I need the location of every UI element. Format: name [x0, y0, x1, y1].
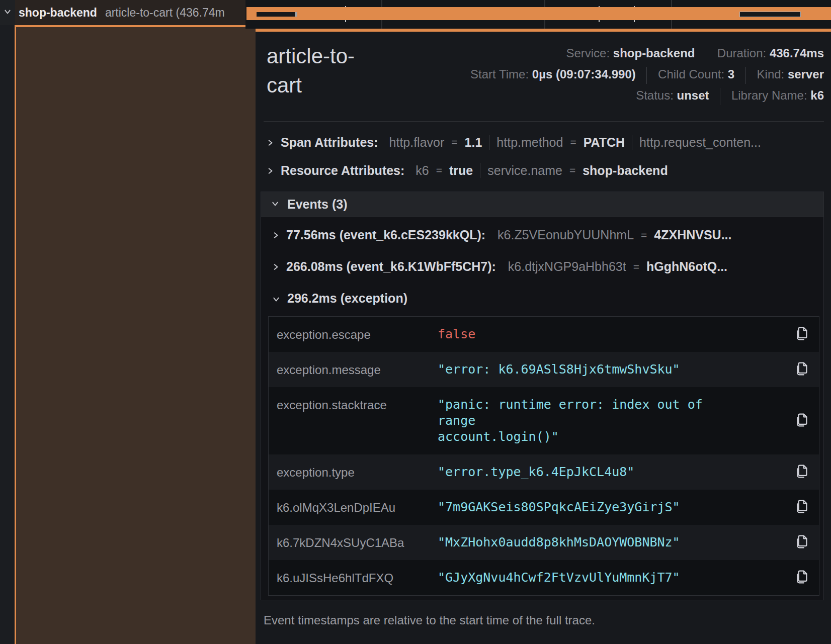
- copy-icon: [795, 578, 809, 586]
- status-label: Status:: [636, 88, 674, 102]
- attribute-value: 1.1: [465, 135, 482, 150]
- span-attributes-toggle[interactable]: Span Attributes: http.flavor = 1.1 http.…: [267, 135, 831, 150]
- chevron-right-icon: [267, 163, 274, 178]
- selected-span-row[interactable]: shop-backend article-to-cart (436.74m: [15, 0, 245, 25]
- meta-row: Start Time: 0µs (09:07:34.990) Child Cou…: [470, 64, 824, 85]
- chevron-right-icon: [272, 228, 279, 242]
- chevron-down-icon: [271, 200, 279, 209]
- table-row: exception.stacktrace "panic: runtime err…: [269, 387, 819, 454]
- library-name-label: Library Name:: [731, 88, 807, 102]
- table-row: k6.7kDZN4xSUyC1ABa "MxZHohx0audd8p8khMsD…: [269, 525, 819, 560]
- span-title: article-to-cart: [267, 42, 385, 106]
- service-value: shop-backend: [613, 46, 695, 60]
- event-attribute-key: k6.dtjxNGP9aHbh63t: [508, 259, 626, 274]
- attribute-key: service.name: [487, 163, 562, 178]
- trace-viewer: shop-backend article-to-cart (436.74m ar…: [0, 0, 831, 644]
- copy-button[interactable]: [793, 326, 811, 342]
- copy-button[interactable]: [793, 534, 811, 550]
- span-name-label: article-to-cart (436.74m: [105, 6, 225, 20]
- attribute-key-truncated: http.request_conten...: [639, 135, 761, 150]
- attribute-value: "panic: runtime error: index out of rang…: [438, 397, 739, 445]
- chevron-down-icon[interactable]: [4, 8, 12, 17]
- span-attributes-label: Span Attributes:: [281, 135, 378, 150]
- table-row: k6.olMqX3LenDpIEAu "7m9GAKSeis80SPqkcAEi…: [269, 490, 819, 525]
- attribute-value: "MxZHohx0audd8p8khMsDAOYWOBNBNz": [438, 534, 739, 550]
- start-time-value: 0µs (09:07:34.990): [532, 67, 636, 81]
- separator: [720, 88, 720, 105]
- resource-attributes-toggle[interactable]: Resource Attributes: k6 = true service.n…: [267, 163, 831, 178]
- service-label: Service:: [566, 46, 610, 60]
- separator: [706, 46, 706, 63]
- span-metadata: Service: shop-backend Duration: 436.74ms…: [470, 42, 824, 106]
- attribute-key: exception.escape: [277, 326, 438, 342]
- meta-row: Status: unset Library Name: k6: [470, 85, 824, 106]
- attribute-key: http.flavor: [389, 135, 445, 150]
- separator: [489, 135, 489, 150]
- meta-row: Service: shop-backend Duration: 436.74ms: [470, 43, 824, 64]
- events-title: Events (3): [287, 197, 347, 212]
- child-span-bar[interactable]: [257, 12, 297, 17]
- event-time-label: 77.56ms (event_k6.cES239kkQL):: [286, 228, 485, 242]
- table-row: exception.message "error: k6.69ASlS8Hjx6…: [269, 352, 819, 387]
- span-detail-panel: article-to-cart Service: shop-backend Du…: [256, 29, 831, 644]
- copy-icon: [795, 473, 809, 480]
- chevron-right-icon: [272, 259, 279, 274]
- kind-label: Kind:: [757, 67, 785, 81]
- attribute-key: k6.olMqX3LenDpIEAu: [277, 499, 438, 515]
- event-attribute-value: 4ZXHNVSU...: [654, 228, 731, 242]
- attribute-key: http.method: [496, 135, 563, 150]
- tree-gutter-column: [0, 25, 15, 644]
- exception-attributes-table: exception.escape false exception.message…: [268, 316, 819, 596]
- table-row: k6.uJISsHe6hlTdFXQ "GJyXgNvu4hCwf2FtVzvU…: [269, 560, 819, 595]
- duration-label: Duration:: [717, 46, 766, 60]
- equals-sign: =: [641, 229, 647, 241]
- section-divider: [264, 121, 824, 122]
- copy-button[interactable]: [793, 413, 811, 429]
- events-section-header[interactable]: Events (3): [261, 192, 823, 217]
- event-attribute-key: k6.Z5VEonubYUUNhmL: [497, 228, 634, 242]
- child-count-value: 3: [728, 67, 734, 81]
- separator: [745, 67, 746, 84]
- equals-sign: =: [436, 164, 442, 176]
- copy-icon: [795, 508, 809, 515]
- copy-icon: [795, 543, 809, 550]
- table-row: exception.type "error.type_k6.4EpJkCL4u8…: [269, 454, 819, 490]
- events-section: Events (3) 77.56ms (event_k6.cES239kkQL)…: [261, 192, 824, 600]
- event-time-label: 266.08ms (event_k6.K1WbFf5CH7):: [286, 259, 496, 274]
- copy-button[interactable]: [793, 499, 811, 515]
- selected-span-region[interactable]: [16, 27, 256, 644]
- attribute-key: k6: [416, 163, 429, 178]
- copy-icon: [795, 421, 809, 429]
- attribute-value: true: [449, 163, 473, 178]
- event-time-label: 296.2ms (exception): [287, 291, 407, 306]
- equals-sign: =: [451, 136, 457, 148]
- attribute-key: exception.stacktrace: [277, 397, 438, 412]
- library-name-value: k6: [810, 88, 824, 102]
- child-span-bar-cap: [295, 12, 297, 17]
- event-row[interactable]: 266.08ms (event_k6.K1WbFf5CH7): k6.dtjxN…: [264, 251, 820, 283]
- tree-collapse-gutter[interactable]: [0, 0, 15, 25]
- event-attribute-value: hGghN6otQ...: [646, 259, 727, 274]
- equals-sign: =: [633, 261, 639, 273]
- separator: [646, 67, 647, 84]
- timeline-ruler[interactable]: [245, 0, 831, 29]
- equals-sign: =: [569, 164, 575, 176]
- attribute-key: k6.7kDZN4xSUyC1ABa: [277, 534, 438, 550]
- separator: [632, 135, 632, 150]
- kind-value: server: [788, 67, 824, 81]
- separator: [480, 163, 480, 178]
- copy-button[interactable]: [793, 570, 811, 586]
- span-tree-header-row[interactable]: shop-backend article-to-cart (436.74m: [0, 0, 245, 25]
- copy-button[interactable]: [793, 464, 811, 480]
- event-row-expanded[interactable]: 296.2ms (exception): [264, 283, 820, 314]
- event-row[interactable]: 77.56ms (event_k6.cES239kkQL): k6.Z5VEon…: [264, 219, 820, 251]
- duration-value: 436.74ms: [770, 46, 824, 60]
- span-duration-bar[interactable]: [246, 7, 831, 20]
- child-span-bar[interactable]: [739, 12, 801, 17]
- attribute-value: "7m9GAKSeis80SPqkcAEiZye3yGirjS": [438, 499, 739, 515]
- attribute-value: PATCH: [584, 135, 625, 150]
- status-value: unset: [677, 88, 709, 102]
- child-count-label: Child Count:: [658, 67, 724, 81]
- copy-button[interactable]: [793, 361, 811, 378]
- copy-icon: [795, 335, 809, 342]
